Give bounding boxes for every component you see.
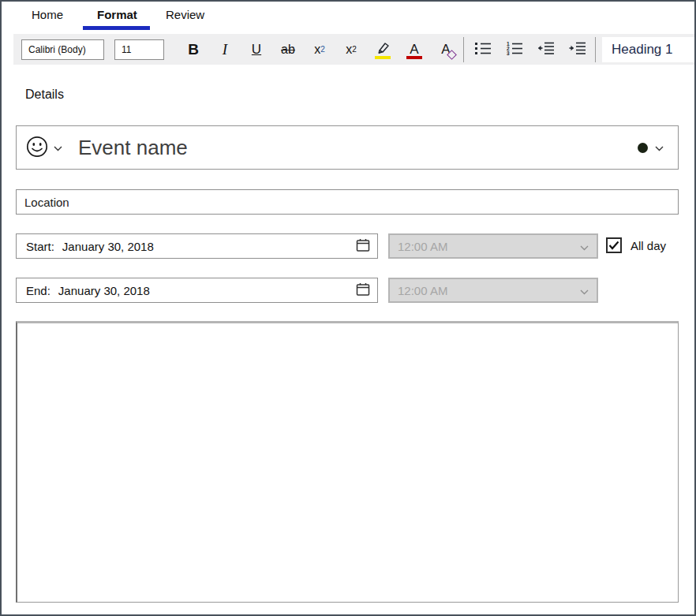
end-time-select: 12:00 AM (388, 278, 598, 303)
tab-review[interactable]: Review (166, 8, 204, 21)
end-label: End: (26, 284, 51, 297)
start-date-value: January 30, 2018 (62, 240, 356, 253)
font-color-bar (406, 56, 422, 59)
calendar-icon (356, 282, 370, 299)
highlight-color-bar (375, 56, 391, 59)
italic-button[interactable]: I (209, 36, 241, 63)
bullet-list-icon (474, 41, 492, 58)
increase-indent-icon (569, 41, 586, 58)
event-description-textarea[interactable] (16, 321, 679, 603)
superscript-digit: 2 (352, 45, 357, 54)
start-time-value: 12:00 AM (398, 240, 447, 253)
svg-text:3: 3 (507, 50, 510, 55)
chevron-down-icon (580, 284, 589, 297)
end-date-picker[interactable]: End: January 30, 2018 (16, 278, 378, 303)
superscript-button[interactable]: x2 (335, 36, 367, 63)
bullet-list-button[interactable] (467, 36, 499, 63)
event-name-row (16, 125, 679, 170)
location-input[interactable] (16, 189, 679, 215)
strikethrough-button[interactable]: ab (272, 36, 304, 63)
increase-indent-button[interactable] (562, 36, 593, 63)
font-color-button[interactable]: A (399, 36, 430, 63)
list-indent-group: 123 (467, 36, 593, 63)
event-name-input[interactable] (77, 135, 638, 161)
start-date-picker[interactable]: Start: January 30, 2018 (16, 233, 378, 259)
event-color-dot (638, 143, 648, 153)
details-heading: Details (25, 88, 64, 102)
event-editor-window: Home Format Review B I U ab x2 x2 A (0, 0, 696, 616)
superscript-base: x (346, 43, 352, 57)
subscript-button[interactable]: x2 (304, 36, 335, 63)
start-label: Start: (26, 240, 54, 253)
end-date-value: January 30, 2018 (58, 284, 356, 297)
clear-formatting-button[interactable]: A (430, 36, 462, 63)
decrease-indent-button[interactable] (530, 36, 562, 63)
text-style-group: B I U ab x2 x2 A A (178, 36, 462, 63)
font-size-input[interactable] (114, 39, 164, 60)
paragraph-style-dropdown[interactable]: Heading 1 (602, 37, 694, 62)
calendar-icon (356, 238, 370, 255)
chevron-down-icon (655, 142, 664, 154)
font-color-letter: A (410, 42, 418, 58)
subscript-digit: 2 (320, 45, 325, 54)
paragraph-style-value: Heading 1 (612, 42, 673, 58)
tab-home[interactable]: Home (32, 8, 63, 21)
numbered-list-icon: 123 (506, 41, 523, 58)
all-day-checkbox[interactable] (606, 237, 622, 253)
all-day-group: All day (606, 237, 666, 253)
active-tab-indicator (83, 26, 150, 30)
smiley-icon (26, 136, 48, 160)
highlight-button[interactable] (367, 36, 399, 63)
bold-button[interactable]: B (178, 36, 209, 63)
all-day-label: All day (631, 239, 666, 252)
chevron-down-icon (580, 240, 589, 253)
numbered-list-button[interactable]: 123 (499, 36, 530, 63)
tab-format[interactable]: Format (97, 8, 137, 21)
start-time-select: 12:00 AM (388, 233, 598, 259)
underline-button[interactable]: U (241, 36, 272, 63)
formatting-toolbar: B I U ab x2 x2 A A (13, 34, 694, 65)
end-time-value: 12:00 AM (398, 284, 447, 297)
font-name-input[interactable] (21, 39, 104, 60)
event-color-picker-button[interactable] (638, 142, 664, 154)
toolbar-separator (463, 37, 464, 62)
chevron-down-icon (54, 142, 62, 154)
toolbar-separator (595, 37, 596, 62)
emoji-picker-button[interactable] (26, 136, 62, 160)
subscript-base: x (314, 43, 320, 57)
decrease-indent-icon (537, 41, 555, 58)
